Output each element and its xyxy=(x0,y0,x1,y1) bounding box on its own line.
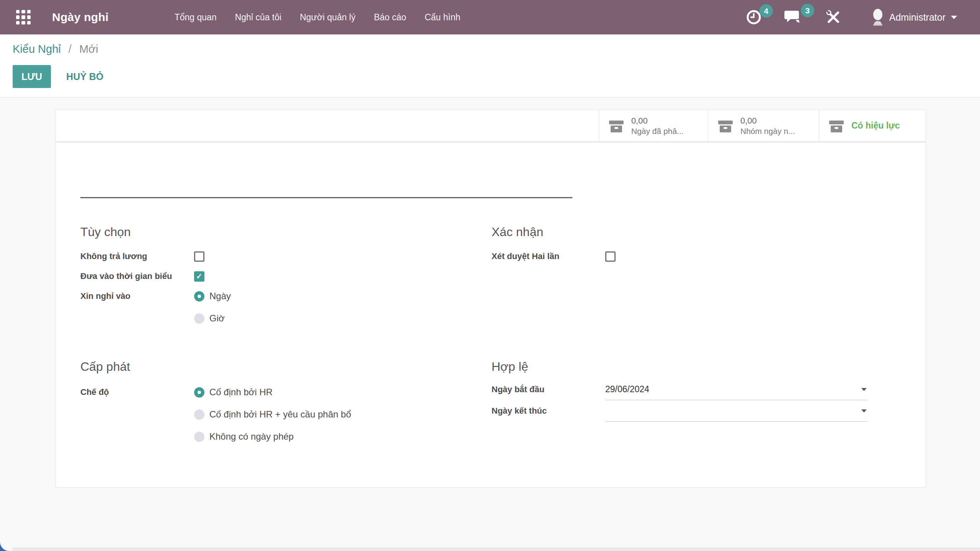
request-unit-radio-hour[interactable] xyxy=(194,313,204,324)
stat-text: 0,00 Ngày đã phâ... xyxy=(631,116,684,136)
stat-value: 0,00 xyxy=(631,116,684,126)
field-label-unpaid: Không trả lương xyxy=(80,251,194,261)
validation-rows: Xét duyệt Hai lần xyxy=(492,246,882,266)
field-row-unpaid: Không trả lương xyxy=(80,246,471,266)
field-row-request-unit: Xin nghỉ vào Ngày xyxy=(80,286,471,306)
end-date-input[interactable] xyxy=(605,406,846,416)
form-action-buttons: LƯU HUỶ BỎ xyxy=(13,65,103,88)
start-date-input[interactable] xyxy=(605,384,846,395)
mode-radio-fixed-hr[interactable] xyxy=(194,387,204,398)
section-title-validity: Hợp lệ xyxy=(492,360,871,377)
form-sheet: 0,00 Ngày đã phâ... 0,00 Nhóm ngày n... xyxy=(55,110,926,487)
breadcrumb-current: Mới xyxy=(79,43,98,55)
grid-dot xyxy=(27,15,31,19)
field-label-end-date: Ngày kết thúc xyxy=(492,406,605,416)
field-label-timesheet: Đưa vào thời gian biểu xyxy=(80,271,194,281)
apps-grid-icon[interactable] xyxy=(16,10,31,24)
user-avatar-icon xyxy=(872,8,884,26)
control-panel: Kiểu Nghỉ / Mới LƯU HUỶ BỎ xyxy=(0,34,980,98)
options-section: Tùy chọn Không trả lương Đưa vào thời gi… xyxy=(80,225,471,328)
timesheet-checkbox[interactable]: ✓ xyxy=(194,271,204,282)
grid-dot xyxy=(21,15,25,19)
archive-box-icon xyxy=(828,118,844,134)
stat-value: 0,00 xyxy=(740,116,795,126)
request-unit-radio-day[interactable] xyxy=(194,291,204,302)
datepicker-caret-icon[interactable] xyxy=(861,388,867,391)
menu-overview[interactable]: Tổng quan xyxy=(174,10,217,25)
messages-button[interactable]: 3 xyxy=(784,9,803,25)
stat-button-active-toggle[interactable]: Có hiệu lực xyxy=(819,110,926,142)
mode-option-fixed-hr[interactable]: Cố định bởi HR xyxy=(209,387,273,398)
chat-bubble-icon xyxy=(784,9,803,25)
section-title-allocation: Cấp phát xyxy=(80,360,486,377)
menu-managers[interactable]: Người quản lý xyxy=(299,10,356,25)
field-row-request-unit-hour: Giờ xyxy=(80,308,471,328)
clock-icon xyxy=(746,10,761,25)
datepicker-caret-icon[interactable] xyxy=(861,409,867,412)
leave-type-name-input[interactable] xyxy=(80,177,572,198)
menu-configuration[interactable]: Cấu hình xyxy=(424,10,461,25)
odoo-time-off-app: Ngày nghỉ Tổng quan Nghỉ của tôi Người q… xyxy=(0,0,980,551)
stat-text: Có hiệu lực xyxy=(851,121,900,131)
request-unit-option-hour[interactable]: Giờ xyxy=(209,313,225,324)
breadcrumb: Kiểu Nghỉ / Mới xyxy=(13,43,98,55)
menu-reporting[interactable]: Báo cáo xyxy=(373,10,407,25)
field-row-timesheet: Đưa vào thời gian biểu ✓ xyxy=(80,266,471,286)
options-rows: Không trả lương Đưa vào thời gian biểu ✓… xyxy=(80,246,471,328)
archive-box-icon xyxy=(717,118,733,134)
wrench-icon xyxy=(826,10,841,25)
field-label-double-validation: Xét duyệt Hai lần xyxy=(492,251,605,261)
section-title-validation: Xác nhận xyxy=(492,225,882,242)
allocation-section: Cấp phát Chế độ Cố định bởi HR Cố định b… xyxy=(80,360,486,448)
stat-button-row: 0,00 Ngày đã phâ... 0,00 Nhóm ngày n... xyxy=(56,110,926,142)
field-label-request-unit: Xin nghỉ vào xyxy=(80,291,194,301)
chevron-down-icon xyxy=(951,16,957,19)
activity-count-badge: 4 xyxy=(760,4,773,18)
app-title: Ngày nghỉ xyxy=(52,11,109,24)
window-bottom-edge xyxy=(0,548,980,551)
stat-text: 0,00 Nhóm ngày n... xyxy=(740,116,795,136)
save-button[interactable]: LƯU xyxy=(13,65,51,88)
discard-button[interactable]: HUỶ BỎ xyxy=(66,71,103,82)
activities-button[interactable]: 4 xyxy=(746,10,761,25)
field-row-end-date: Ngày kết thúc xyxy=(492,400,871,422)
double-validation-checkbox[interactable] xyxy=(605,251,616,262)
stat-button-group-days[interactable]: 0,00 Nhóm ngày n... xyxy=(708,110,819,142)
grid-dot xyxy=(21,10,25,13)
stat-button-days-allocated[interactable]: 0,00 Ngày đã phâ... xyxy=(599,110,708,142)
field-row-start-date: Ngày bắt đầu xyxy=(492,379,871,400)
end-date-field xyxy=(605,400,867,422)
breadcrumb-parent-link[interactable]: Kiểu Nghỉ xyxy=(13,43,61,55)
menu-my-time-off[interactable]: Nghỉ của tôi xyxy=(234,10,282,25)
request-unit-option-day[interactable]: Ngày xyxy=(209,291,231,302)
field-row-mode-no-allocation: Không có ngày phép xyxy=(80,425,486,448)
developer-tools-button[interactable] xyxy=(826,10,841,25)
archive-box-icon xyxy=(608,118,624,134)
mode-radio-no-allocation[interactable] xyxy=(194,432,204,442)
stat-label: Nhóm ngày n... xyxy=(740,126,795,136)
mode-radio-fixed-hr-request[interactable] xyxy=(194,409,204,420)
grid-dot xyxy=(16,15,20,19)
main-menu: Tổng quan Nghỉ của tôi Người quản lý Báo… xyxy=(174,10,461,25)
stat-label-active: Có hiệu lực xyxy=(851,121,900,131)
section-title-options: Tùy chọn xyxy=(80,225,471,242)
grid-dot xyxy=(27,10,31,13)
field-row-double-validation: Xét duyệt Hai lần xyxy=(492,246,882,266)
field-row-mode-hr-request: Cố định bởi HR + yêu cầu phân bổ xyxy=(80,403,486,425)
grid-dot xyxy=(27,21,31,24)
mode-option-fixed-hr-request[interactable]: Cố định bởi HR + yêu cầu phân bổ xyxy=(209,409,351,420)
grid-dot xyxy=(16,21,20,24)
top-navbar: Ngày nghỉ Tổng quan Nghỉ của tôi Người q… xyxy=(0,0,980,34)
field-label-start-date: Ngày bắt đầu xyxy=(492,385,605,395)
validation-section: Xác nhận Xét duyệt Hai lần xyxy=(492,225,882,266)
unpaid-checkbox[interactable] xyxy=(194,251,204,262)
user-name: Administrator xyxy=(889,12,946,23)
start-date-field xyxy=(605,379,867,400)
validity-section: Hợp lệ Ngày bắt đầu Ngày kết thúc xyxy=(492,360,871,422)
breadcrumb-separator: / xyxy=(69,43,72,55)
mode-option-no-allocation[interactable]: Không có ngày phép xyxy=(209,431,294,442)
grid-dot xyxy=(16,10,20,13)
allocation-rows: Chế độ Cố định bởi HR Cố định bởi HR + y… xyxy=(80,381,486,448)
user-menu[interactable]: Administrator xyxy=(872,8,957,26)
message-count-badge: 3 xyxy=(801,4,814,17)
